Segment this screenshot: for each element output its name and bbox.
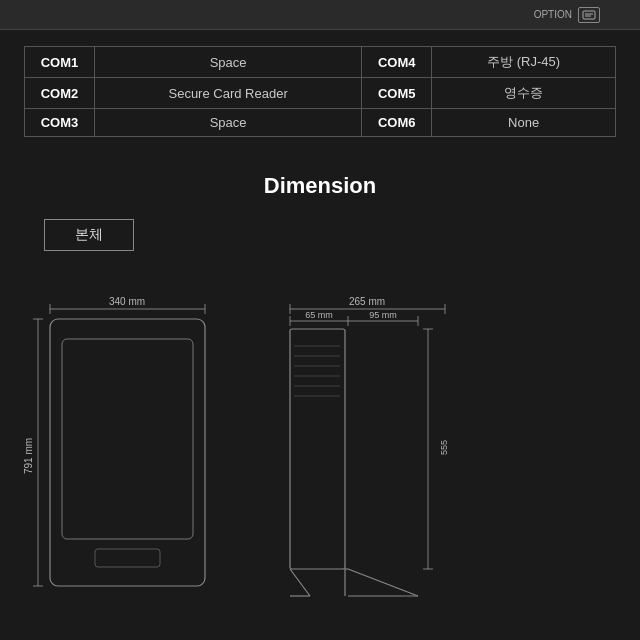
side-height-label: 555 xyxy=(439,440,449,455)
body-label: 본체 xyxy=(44,219,134,251)
dimension-title: Dimension xyxy=(24,173,616,199)
com4-label: COM4 xyxy=(362,47,432,78)
com1-label: COM1 xyxy=(25,47,95,78)
side-total-label: 265 mm xyxy=(349,296,385,307)
option-label: OPTION xyxy=(534,9,572,20)
svg-rect-20 xyxy=(290,329,345,569)
svg-rect-11 xyxy=(95,549,160,567)
com6-label: COM6 xyxy=(362,109,432,137)
com5-label: COM5 xyxy=(362,78,432,109)
svg-rect-10 xyxy=(62,339,193,539)
svg-rect-0 xyxy=(583,11,595,19)
diagram-area: 340 mm 791 mm 265 mm 65 xyxy=(0,291,640,601)
com5-value: 영수증 xyxy=(432,78,616,109)
com3-value: Space xyxy=(95,109,362,137)
com3-label: COM3 xyxy=(25,109,95,137)
side-diagram: 265 mm 65 mm 95 mm xyxy=(280,291,460,601)
height-label: 791 mm xyxy=(23,438,34,474)
side-left-label: 65 mm xyxy=(305,310,333,320)
svg-rect-9 xyxy=(50,319,205,586)
com2-label: COM2 xyxy=(25,78,95,109)
front-view-svg: 340 mm 791 mm xyxy=(20,291,230,601)
svg-line-27 xyxy=(290,569,310,596)
com1-value: Space xyxy=(95,47,362,78)
table-row: COM2 Secure Card Reader COM5 영수증 xyxy=(25,78,616,109)
side-view-svg: 265 mm 65 mm 95 mm xyxy=(280,291,470,601)
table-row: COM3 Space COM6 None xyxy=(25,109,616,137)
option-icon xyxy=(578,7,600,23)
dimension-section: Dimension 본체 xyxy=(0,153,640,281)
com2-value: Secure Card Reader xyxy=(95,78,362,109)
svg-line-30 xyxy=(348,569,418,596)
width-label: 340 mm xyxy=(109,296,145,307)
com-table: COM1 Space COM4 주방 (RJ-45) COM2 Secure C… xyxy=(24,46,616,137)
front-diagram: 340 mm 791 mm xyxy=(20,291,240,601)
com6-value: None xyxy=(432,109,616,137)
table-row: COM1 Space COM4 주방 (RJ-45) xyxy=(25,47,616,78)
top-section: OPTION xyxy=(0,0,640,30)
com-table-section: COM1 Space COM4 주방 (RJ-45) COM2 Secure C… xyxy=(0,30,640,153)
side-right-label: 95 mm xyxy=(369,310,397,320)
com4-value: 주방 (RJ-45) xyxy=(432,47,616,78)
